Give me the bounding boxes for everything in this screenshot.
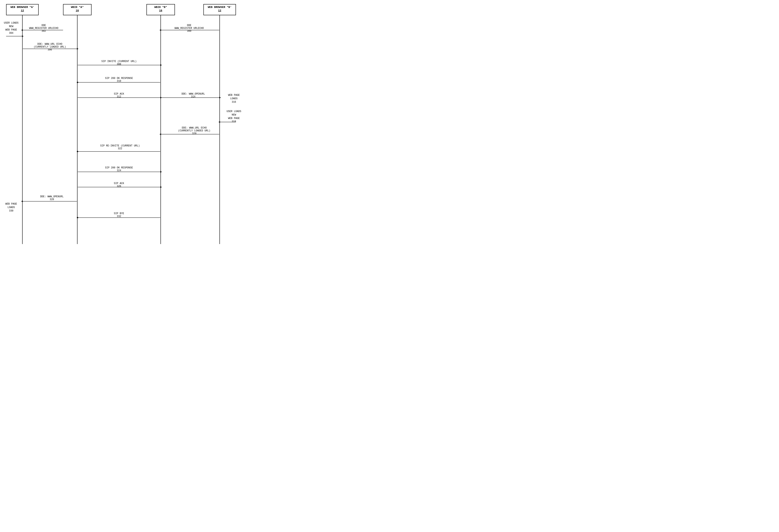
svg-marker-5 (22, 36, 23, 37)
label-316: WEB PAGELOADS316 (222, 94, 246, 104)
label-328: DDE: WWW_OPENURL328 (31, 195, 73, 201)
svg-marker-17 (160, 97, 162, 99)
label-322: SIP RE-INVITE (CURRENT URL)322 (85, 144, 155, 150)
label-314: DDE: WWW_OPENURL314 (173, 93, 214, 98)
svg-marker-13 (160, 64, 162, 66)
label-326: SIP ACK326 (92, 182, 146, 188)
actor-web-browser-a: WEB BROWSER "A' 12 (6, 4, 39, 15)
svg-marker-21 (219, 121, 220, 123)
actor-wbid-b: WBID "B" 16 (146, 4, 175, 15)
actor-web-browser-b-label: WEB BROWSER "B' (208, 6, 232, 9)
svg-marker-9 (160, 29, 161, 31)
label-302: DDEWWW_REGISTER URLECHO302 (26, 24, 61, 33)
actor-wbid-b-label: WBID "B" (155, 6, 167, 9)
actor-wbid-a-sub: 16 (76, 9, 79, 12)
actor-web-browser-a-label: WEB BROWSER "A' (10, 6, 34, 9)
svg-marker-31 (21, 200, 23, 202)
actor-wbid-b-sub: 16 (159, 9, 162, 12)
svg-marker-33 (76, 217, 78, 219)
label-308: SIP INVITE (CURRENT URL)308 (92, 60, 146, 66)
actor-web-browser-b-sub: 12 (218, 9, 221, 12)
label-304: USER LOADSNEWWEB PAGE304 (1, 21, 21, 35)
actor-web-browser-a-sub: 12 (21, 9, 24, 12)
label-324: SIP 200 OK RESPONSE324 (92, 166, 146, 172)
svg-marker-29 (160, 186, 162, 188)
label-320: DDE: WWW_URL ECHO(CURRENTLY LOADED URL)3… (173, 126, 216, 135)
label-300: DDEWWW_REGISTER URLECHO300 (169, 24, 209, 33)
label-310: SIP 200 OK RESPONSE310 (92, 77, 146, 82)
actor-web-browser-b: WEB BROWSER "B' 12 (203, 4, 236, 15)
svg-marker-27 (160, 171, 162, 173)
svg-marker-11 (77, 48, 78, 50)
label-330: WEB PAGELOADS330 (1, 202, 21, 213)
sequence-diagram: WEB BROWSER "A' 12 WBID "A" 16 WBID "B" … (0, 0, 390, 266)
svg-marker-7 (21, 29, 23, 31)
actor-wbid-a: WBID "A" 16 (63, 4, 92, 15)
actor-wbid-a-label: WBID "A" (71, 6, 83, 9)
svg-marker-15 (76, 81, 78, 83)
label-312: SIP ACK312 (92, 93, 146, 98)
svg-marker-25 (76, 151, 78, 152)
svg-marker-19 (219, 97, 221, 99)
svg-marker-23 (160, 133, 161, 135)
label-306: DDE: WWW_URL ECHO(CURRENTLY LOADED URL)3… (26, 43, 73, 51)
label-332: SIP BYE332 (92, 212, 146, 218)
label-318: USER LOADSNEWWEB PAGE318 (222, 110, 246, 123)
